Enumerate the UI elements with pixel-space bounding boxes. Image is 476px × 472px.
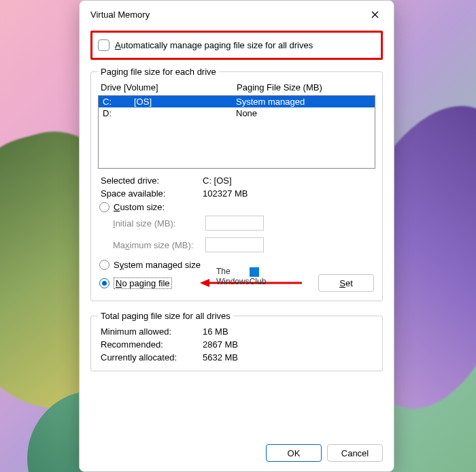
dialog-footer: OK Cancel: [80, 437, 394, 471]
header-drive: Drive [Volume]: [101, 82, 237, 92]
drive-row[interactable]: D: None: [99, 107, 375, 119]
maximum-size-input[interactable]: [205, 237, 264, 252]
auto-manage-checkbox[interactable]: [98, 39, 109, 51]
maximum-size-row: Maximum size (MB):: [98, 236, 375, 254]
auto-manage-label: Automatically manage paging file size fo…: [115, 40, 313, 50]
virtual-memory-dialog: Virtual Memory Automatically manage pagi…: [79, 0, 394, 472]
drive-list[interactable]: C: [OS] System managed D: None: [98, 95, 375, 169]
currently-allocated-row: Currently allocated: 5632 MB: [98, 351, 375, 364]
no-paging-radio-row: No paging file Set: [98, 272, 375, 294]
system-managed-label: System managed size: [114, 260, 201, 270]
custom-size-label: Custom size:: [114, 202, 165, 212]
custom-size-radio-row: Custom size:: [98, 200, 375, 214]
close-button[interactable]: [364, 6, 386, 22]
auto-manage-highlight: Automatically manage paging file size fo…: [90, 31, 383, 60]
space-available-row: Space available: 102327 MB: [98, 187, 375, 200]
custom-size-radio[interactable]: [99, 202, 109, 212]
drive-fieldset: Paging file size for each drive Drive [V…: [90, 67, 383, 301]
totals-legend: Total paging file size for all drives: [98, 311, 233, 321]
min-allowed-row: Minimum allowed: 16 MB: [98, 325, 375, 338]
initial-size-label: Initial size (MB):: [113, 218, 201, 229]
maximum-size-label: Maximum size (MB):: [113, 240, 201, 250]
drive-row[interactable]: C: [OS] System managed: [99, 96, 375, 107]
initial-size-row: Initial size (MB):: [98, 214, 375, 232]
system-managed-radio-row: System managed size: [98, 258, 375, 272]
initial-size-input[interactable]: [205, 216, 264, 231]
svg-marker-3: [200, 279, 209, 287]
arrow-annotation-icon: [200, 277, 302, 288]
close-icon: [371, 11, 379, 18]
no-paging-label: No paging file: [114, 277, 172, 289]
window-title: Virtual Memory: [90, 10, 150, 20]
recommended-row: Recommended: 2867 MB: [98, 338, 375, 351]
cancel-button[interactable]: Cancel: [327, 444, 383, 462]
totals-fieldset: Total paging file size for all drives Mi…: [90, 311, 383, 371]
ok-button[interactable]: OK: [266, 444, 322, 462]
set-button[interactable]: Set: [318, 274, 374, 292]
titlebar: Virtual Memory: [80, 1, 394, 28]
drive-list-header: Drive [Volume] Paging File Size (MB): [98, 81, 375, 95]
header-size: Paging File Size (MB): [237, 82, 322, 92]
drive-legend: Paging file size for each drive: [98, 67, 219, 77]
system-managed-radio[interactable]: [99, 260, 109, 270]
no-paging-radio[interactable]: [99, 278, 109, 288]
selected-drive-row: Selected drive: C: [OS]: [98, 174, 375, 187]
